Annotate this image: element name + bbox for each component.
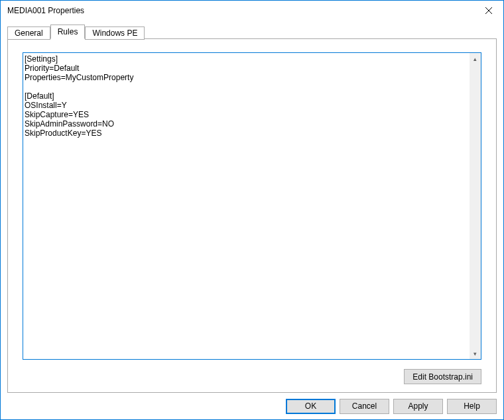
window-title: MEDIA001 Properties <box>7 6 84 15</box>
tab-rules[interactable]: Rules <box>50 25 86 39</box>
dialog-button-row: OK Cancel Apply Help <box>1 393 503 419</box>
edit-bootstrap-button[interactable]: Edit Bootstrap.ini <box>404 369 481 384</box>
scroll-down-icon[interactable]: ▾ <box>470 348 481 359</box>
tab-general[interactable]: General <box>7 26 50 40</box>
tab-windows-pe[interactable]: Windows PE <box>85 26 145 40</box>
scroll-up-icon[interactable]: ▴ <box>470 53 481 64</box>
panel-button-row: Edit Bootstrap.ini <box>23 360 481 384</box>
tab-panel-rules: ▴ ▾ Edit Bootstrap.ini <box>7 38 497 393</box>
close-button[interactable] <box>473 1 503 21</box>
rules-textarea-container: ▴ ▾ <box>23 52 481 360</box>
ok-button[interactable]: OK <box>286 399 336 414</box>
help-button[interactable]: Help <box>447 399 497 414</box>
apply-button[interactable]: Apply <box>393 399 443 414</box>
cancel-button[interactable]: Cancel <box>340 399 389 414</box>
properties-dialog: MEDIA001 Properties General Rules Window… <box>0 0 504 420</box>
content-area: General Rules Windows PE ▴ ▾ Edit Bootst… <box>1 21 503 393</box>
titlebar: MEDIA001 Properties <box>1 1 503 21</box>
scrollbar[interactable]: ▴ ▾ <box>470 53 481 359</box>
close-icon <box>485 7 492 14</box>
tabs-row: General Rules Windows PE <box>7 25 497 39</box>
rules-textarea[interactable] <box>23 53 470 359</box>
